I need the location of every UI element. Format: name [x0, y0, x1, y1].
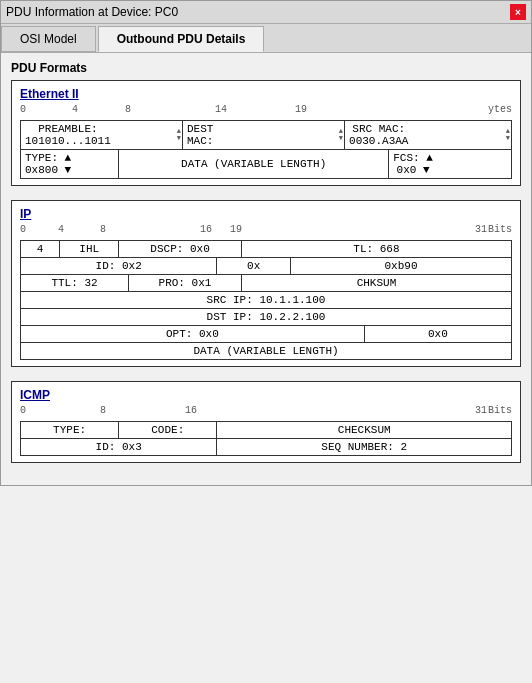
icmp-type: TYPE:	[21, 422, 119, 439]
src-mac-cell: SRC MAC:0030.A3AA ▲▼	[345, 121, 512, 150]
data-variable-cell: DATA (VARIABLE LENGTH)	[119, 150, 389, 179]
ip-dscp: DSCP: 0x0	[119, 241, 242, 258]
ethernet-label: Ethernet II	[20, 87, 512, 101]
ip-row3: TTL: 32 PRO: 0x1 CHKSUM	[20, 274, 512, 292]
eth-ruler-19: 19	[295, 104, 307, 115]
ip-row2: ID: 0x2 0x 0xb90	[20, 257, 512, 275]
ip-version: 4	[21, 241, 60, 258]
icmp-code: CODE:	[119, 422, 217, 439]
ethernet-box: Ethernet II 0 4 8 14 19 ytes PREAMBLE:10	[11, 80, 521, 186]
ip-row4: SRC IP: 10.1.1.100	[20, 291, 512, 309]
ip-ttl: TTL: 32	[21, 275, 129, 292]
eth-ruler-8: 8	[125, 104, 131, 115]
ip-ihl: IHL	[60, 241, 119, 258]
ip-label: IP	[20, 207, 512, 221]
type-cell: TYPE: ▲0x800 ▼	[21, 150, 119, 179]
main-window: PDU Information at Device: PC0 × OSI Mod…	[0, 0, 532, 486]
tab-bar: OSI Model Outbound PDU Details	[1, 24, 531, 53]
ip-ruler-4: 4	[58, 224, 64, 235]
ip-row5: DST IP: 10.2.2.100	[20, 308, 512, 326]
ip-proto: PRO: 0x1	[129, 275, 242, 292]
icmp-label: ICMP	[20, 388, 512, 402]
ip-flags: 0x	[217, 258, 291, 275]
tab-osi-model[interactable]: OSI Model	[1, 26, 96, 52]
ip-row7: DATA (VARIABLE LENGTH)	[20, 342, 512, 360]
ip-src: SRC IP: 10.1.1.100	[21, 292, 512, 309]
icmp-checksum: CHECKSUM	[217, 422, 512, 439]
eth-ruler-14: 14	[215, 104, 227, 115]
preamble-cell: PREAMBLE:101010...1011 ▲▼	[21, 121, 183, 150]
ip-box: IP 0 4 8 16 19 31 Bits 4 IHL DSCP: 0x0	[11, 200, 521, 367]
icmp-section: ICMP 0 8 16 31 Bits TYPE: CODE: CHECKSUM	[11, 381, 521, 463]
icmp-id: ID: 0x3	[21, 439, 217, 456]
icmp-row1: TYPE: CODE: CHECKSUM	[20, 421, 512, 439]
ip-fragment: 0xb90	[291, 258, 512, 275]
ip-checksum: CHKSUM	[241, 275, 511, 292]
ethernet-section: Ethernet II 0 4 8 14 19 ytes PREAMBLE:10	[11, 80, 521, 186]
eth-ruler-4: 4	[72, 104, 78, 115]
ip-dst: DST IP: 10.2.2.100	[21, 309, 512, 326]
window-title: PDU Information at Device: PC0	[6, 5, 178, 19]
dest-mac-spinner[interactable]: ▲▼	[339, 121, 343, 149]
ip-ruler-8: 8	[100, 224, 106, 235]
ip-ruler-16: 16	[200, 224, 212, 235]
ip-ruler-bits: Bits	[488, 224, 512, 235]
ip-padding: 0x0	[364, 326, 511, 343]
ip-section: IP 0 4 8 16 19 31 Bits 4 IHL DSCP: 0x0	[11, 200, 521, 367]
eth-ruler-ytes: ytes	[488, 104, 512, 115]
ethernet-row2: TYPE: ▲0x800 ▼ DATA (VARIABLE LENGTH) FC…	[20, 149, 512, 179]
ip-row6: OPT: 0x0 0x0	[20, 325, 512, 343]
eth-ruler-0: 0	[20, 104, 26, 115]
preamble-spinner[interactable]: ▲▼	[177, 121, 181, 149]
ip-ruler-0: 0	[20, 224, 26, 235]
icmp-ruler-0: 0	[20, 405, 26, 416]
icmp-box: ICMP 0 8 16 31 Bits TYPE: CODE: CHECKSUM	[11, 381, 521, 463]
pdu-formats-title: PDU Formats	[11, 61, 521, 75]
icmp-seq: SEQ NUMBER: 2	[217, 439, 512, 456]
tab-outbound-pdu[interactable]: Outbound PDU Details	[98, 26, 265, 52]
ip-ruler-31: 31	[475, 224, 487, 235]
content-area: PDU Formats Ethernet II 0 4 8 14 19 ytes	[1, 53, 531, 485]
ip-ruler-19: 19	[230, 224, 242, 235]
icmp-ruler-8: 8	[100, 405, 106, 416]
icmp-ruler-31: 31	[475, 405, 487, 416]
ip-tl: TL: 668	[241, 241, 511, 258]
close-button[interactable]: ×	[510, 4, 526, 20]
fcs-cell: FCS: ▲0x0 ▼	[389, 150, 512, 179]
dest-mac-cell: DESTMAC: ▲▼	[183, 121, 345, 150]
icmp-row2: ID: 0x3 SEQ NUMBER: 2	[20, 438, 512, 456]
ethernet-row1: PREAMBLE:101010...1011 ▲▼ DESTMAC: ▲▼	[20, 120, 512, 150]
src-mac-spinner[interactable]: ▲▼	[506, 121, 510, 149]
ip-data: DATA (VARIABLE LENGTH)	[21, 343, 512, 360]
icmp-ruler-bits: Bits	[488, 405, 512, 416]
ip-row1: 4 IHL DSCP: 0x0 TL: 668	[20, 240, 512, 258]
ip-opt: OPT: 0x0	[21, 326, 365, 343]
icmp-ruler-16: 16	[185, 405, 197, 416]
title-bar: PDU Information at Device: PC0 ×	[1, 1, 531, 24]
ip-id: ID: 0x2	[21, 258, 217, 275]
